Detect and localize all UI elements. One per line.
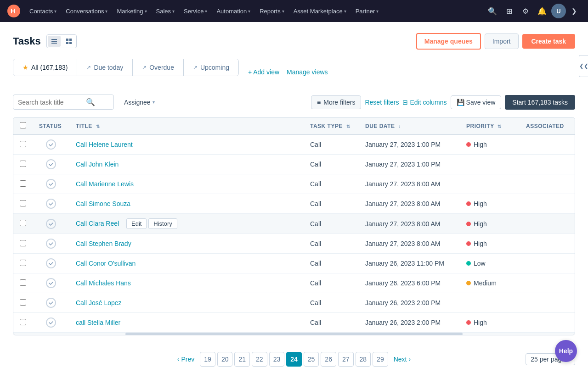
row-checkbox[interactable] (20, 319, 26, 325)
status-check-circle[interactable] (46, 199, 56, 209)
settings-icon-button[interactable]: ⚙ (518, 4, 533, 18)
page-number-button-19[interactable]: 19 (200, 352, 215, 367)
tab-overdue[interactable]: ↗ Overdue (133, 59, 184, 76)
status-check-circle[interactable] (46, 139, 56, 150)
page-number-button-27[interactable]: 27 (338, 352, 354, 367)
row-checkbox[interactable] (20, 220, 26, 226)
task-title-link[interactable]: Call Conor O'sullivan (76, 260, 136, 267)
start-tasks-button[interactable]: Start 167,183 tasks (505, 95, 575, 110)
page-number-button-25[interactable]: 25 (304, 352, 319, 367)
assignee-filter-button[interactable]: Assignee ▾ (119, 96, 159, 109)
priority-cell (460, 174, 520, 194)
row-checkbox-cell (13, 234, 33, 254)
sidebar-collapse-button[interactable]: ❮❮ (579, 55, 588, 77)
task-title-link[interactable]: Call Marienne Lewis (76, 180, 134, 188)
tab-due-today[interactable]: ↗ Due today (77, 59, 133, 76)
duedate-cell: January 27, 2023 1:00 PM (359, 155, 460, 174)
table-row: Call Simone Souza Call January 27, 2023 … (13, 194, 575, 214)
notifications-icon-button[interactable]: 🔔 (535, 4, 549, 18)
tasktype-cell: Call (304, 135, 359, 155)
status-check-circle[interactable] (46, 278, 56, 288)
chevron-down-icon: ▾ (145, 9, 147, 14)
nav-item-conversations[interactable]: Conversations ▾ (62, 6, 111, 17)
more-filters-button[interactable]: ≡ More filters (311, 95, 361, 109)
row-checkbox[interactable] (20, 260, 26, 266)
import-button[interactable]: Import (485, 33, 519, 49)
task-title-link[interactable]: Call Simone Souza (76, 200, 130, 207)
row-checkbox[interactable] (20, 180, 26, 187)
task-title-link[interactable]: Call John Klein (76, 161, 119, 168)
page-number-button-22[interactable]: 22 (252, 352, 267, 367)
apps-icon-button[interactable]: ⊞ (502, 4, 516, 18)
page-number-button-24[interactable]: 24 (286, 352, 302, 367)
status-check-circle[interactable] (46, 258, 56, 268)
tab-all[interactable]: ★ All (167,183) (13, 59, 77, 76)
status-check-circle[interactable] (46, 239, 56, 249)
task-title-link[interactable]: Call Stephen Brady (76, 240, 131, 247)
page-number-button-21[interactable]: 21 (234, 352, 250, 367)
row-checkbox[interactable] (20, 279, 26, 286)
nav-item-reports[interactable]: Reports ▾ (256, 6, 288, 17)
row-checkbox-cell (13, 273, 33, 293)
search-icon-button[interactable]: 🔍 (485, 4, 500, 18)
tasktype-cell: Call (304, 313, 359, 333)
help-button[interactable]: Help (555, 340, 577, 362)
tab-upcoming[interactable]: ↗ Upcoming (184, 59, 238, 76)
history-task-button[interactable]: History (148, 218, 177, 229)
task-title-link[interactable]: Call Michales Hans (76, 279, 131, 287)
list-view-button[interactable] (48, 36, 61, 47)
edit-task-button[interactable]: Edit (126, 218, 147, 229)
nav-item-partner[interactable]: Partner ▾ (352, 6, 383, 17)
page-number-button-28[interactable]: 28 (356, 352, 371, 367)
status-check-circle[interactable] (46, 159, 56, 169)
manage-views-link[interactable]: Manage views (287, 68, 328, 76)
col-header-priority[interactable]: PRIORITY ⇅ (460, 117, 520, 135)
next-page-button[interactable]: Next › (390, 352, 414, 367)
manage-queues-button[interactable]: Manage queues (416, 33, 481, 50)
row-checkbox[interactable] (20, 240, 26, 246)
grid-view-button[interactable] (62, 36, 75, 47)
nav-collapse-button[interactable]: ❯ (568, 5, 581, 17)
reset-filters-link[interactable]: Reset filters (365, 99, 399, 106)
col-header-title[interactable]: TITLE ⇅ (69, 117, 304, 135)
search-input[interactable] (18, 99, 82, 106)
row-checkbox[interactable] (20, 161, 26, 167)
page-number-button-29[interactable]: 29 (373, 352, 388, 367)
task-title-link[interactable]: call Stella Miller (76, 319, 120, 326)
tasktype-cell: Call (304, 194, 359, 214)
nav-item-asset-marketplace[interactable]: Asset Marketplace ▾ (290, 6, 350, 17)
nav-item-service[interactable]: Service ▾ (180, 6, 211, 17)
edit-columns-button[interactable]: ⊟ Edit columns (402, 99, 447, 106)
priority-label: High (474, 220, 487, 228)
user-avatar[interactable]: U (551, 4, 566, 18)
status-check-circle[interactable] (46, 219, 56, 229)
nav-item-sales[interactable]: Sales ▾ (153, 6, 179, 17)
status-check-circle[interactable] (46, 317, 56, 328)
create-task-button[interactable]: Create task (522, 34, 576, 49)
nav-item-marketing[interactable]: Marketing ▾ (113, 6, 150, 17)
chevron-down-icon: ▾ (282, 9, 284, 14)
task-title-link[interactable]: Call José Lopez (76, 299, 122, 306)
row-checkbox[interactable] (20, 299, 26, 306)
task-title-link[interactable]: Call Clara Reel (76, 220, 119, 227)
row-checkbox[interactable] (20, 200, 26, 206)
prev-page-button[interactable]: ‹ Prev (174, 352, 198, 367)
select-all-checkbox[interactable] (20, 122, 26, 128)
row-checkbox[interactable] (20, 141, 26, 147)
add-view-button[interactable]: + Add view (248, 68, 279, 76)
col-header-duedate[interactable]: DUE DATE ↓ (359, 117, 460, 135)
nav-item-automation[interactable]: Automation ▾ (213, 6, 254, 17)
save-view-button[interactable]: 💾 Save view (451, 95, 502, 109)
table-row: call Stella Miller Call January 26, 2023… (13, 313, 575, 333)
title-cell: Call Stephen Brady (69, 234, 304, 254)
page-number-button-23[interactable]: 23 (269, 352, 285, 367)
status-check-circle[interactable] (46, 298, 56, 308)
task-title-link[interactable]: Call Helene Laurent (76, 141, 133, 148)
hubspot-logo[interactable]: H (7, 5, 20, 17)
col-header-tasktype[interactable]: TASK TYPE ⇅ (304, 117, 359, 135)
page-number-button-20[interactable]: 20 (217, 352, 233, 367)
table-row: Call José Lopez Call January 26, 2023 2:… (13, 293, 575, 313)
status-check-circle[interactable] (46, 179, 56, 189)
nav-item-contacts[interactable]: Contacts ▾ (26, 6, 60, 17)
page-number-button-26[interactable]: 26 (321, 352, 336, 367)
